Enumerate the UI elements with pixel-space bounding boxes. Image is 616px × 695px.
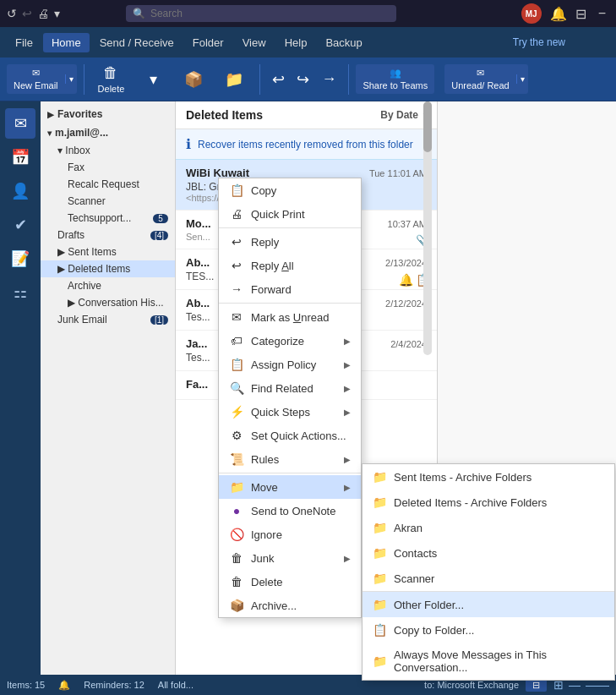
quick-access-icon[interactable]: ▾ (54, 7, 60, 20)
folder-item-deleted[interactable]: ▶ Deleted Items (41, 260, 175, 277)
ctx-junk[interactable]: 🗑 Junk ▶ (219, 546, 361, 570)
submenu-other-folder[interactable]: 📁 Other Folder... (363, 592, 614, 617)
ctx-quick-steps[interactable]: ⚡ Quick Steps ▶ (219, 400, 361, 424)
search-input[interactable] (150, 8, 390, 19)
context-menu[interactable]: 📋 Copy 🖨 Quick Print ↩ Reply ↩ Reply All… (218, 178, 362, 618)
menu-send-receive[interactable]: Send / Receive (91, 33, 183, 52)
ctx-divider-3 (219, 473, 361, 473)
folder-item-inbox[interactable]: ▾ Inbox (41, 142, 175, 159)
drafts-badge: [4] (150, 231, 168, 240)
folder-item-sent[interactable]: ▶ Sent Items (41, 244, 175, 260)
folder-item-techsupport[interactable]: Techsupport... 5 (41, 210, 175, 227)
new-email-btn[interactable]: ✉ New Email ▾ (7, 64, 77, 94)
ctx-find-related[interactable]: 🔍 Find Related ▶ (219, 376, 361, 400)
unread-read-btn[interactable]: ✉ Unread/ Read ▾ (444, 64, 528, 94)
folder-name-label: Deleted Items (186, 108, 263, 122)
menu-view[interactable]: View (234, 33, 275, 52)
menu-folder[interactable]: Folder (184, 33, 232, 52)
email-list-scrollbar[interactable] (423, 101, 432, 355)
sidebar-item-mail[interactable]: ✉ (5, 108, 35, 139)
sidebar-item-tasks[interactable]: ✔ (5, 210, 35, 240)
folder-item-drafts[interactable]: Drafts [4] (41, 227, 175, 244)
assign-policy-arrow: ▶ (344, 360, 351, 369)
menu-backup[interactable]: Backup (317, 33, 370, 52)
delete-dropdown[interactable]: ▾ (134, 67, 172, 92)
search-icon: 🔍 (133, 8, 145, 19)
ctx-send-onenote[interactable]: ● Send to OneNote (219, 499, 361, 523)
delete-btn[interactable]: 🗑 Delete (91, 61, 132, 97)
sidebar-item-apps[interactable]: ⚏ (5, 277, 35, 308)
archive-btn[interactable]: 📦 (175, 67, 212, 92)
submenu-copy-folder[interactable]: 📋 Copy to Folder... (363, 617, 614, 643)
unread-dropdown[interactable]: ▾ (516, 74, 528, 84)
ctx-move[interactable]: 📁 Move ▶ (219, 475, 361, 499)
ribbon-divider-1 (84, 64, 84, 95)
undo-nav-btn[interactable]: ↩ (267, 67, 290, 92)
menu-help[interactable]: Help (276, 33, 316, 52)
scrollbar-thumb[interactable] (423, 101, 432, 152)
menu-home[interactable]: Home (43, 33, 90, 52)
move-btn[interactable]: 📁 (215, 67, 253, 92)
ribbon-nav: ↩ ↪ → (267, 67, 341, 92)
ctx-assign-policy[interactable]: 📋 Assign Policy ▶ (219, 353, 361, 376)
ctx-divider-1 (219, 227, 361, 228)
redo-nav-btn[interactable]: ↪ (292, 67, 314, 92)
forward-icon: → (229, 282, 244, 296)
ctx-quick-print[interactable]: 🖨 Quick Print (219, 202, 361, 226)
refresh-icon[interactable]: ↺ (7, 7, 17, 20)
email-sender-4: Ab... (186, 297, 210, 309)
submenu-akran[interactable]: 📁 Akran (363, 515, 614, 540)
sidebar-item-contacts[interactable]: 👤 (5, 176, 35, 206)
folder-item-recalc[interactable]: Recalc Request (41, 176, 175, 193)
sidebar-item-notes[interactable]: 📝 (5, 244, 35, 274)
submenu-scanner[interactable]: 📁 Scanner (363, 566, 614, 591)
sidebar-item-calendar[interactable]: 📅 (5, 142, 35, 172)
submenu-always-move[interactable]: 📁 Always Move Messages in This Conversat… (363, 643, 614, 680)
contacts-icon: 📁 (373, 546, 387, 560)
folder-item-scanner[interactable]: Scanner (41, 193, 175, 210)
submenu-deleted-archive[interactable]: 📁 Deleted Items - Archive Folders (363, 490, 614, 515)
quick-print-icon: 🖨 (229, 207, 244, 221)
ctx-mark-unread[interactable]: ✉ Mark as Unread (219, 305, 361, 329)
submenu-sent-archive[interactable]: 📁 Sent Items - Archive Folders (363, 464, 614, 490)
titlebar-icons: ↺ ↩ 🖨 ▾ (7, 7, 60, 20)
akran-icon: 📁 (373, 521, 387, 534)
folder-item-fax[interactable]: Fax (41, 159, 175, 176)
folder-item-junk[interactable]: Junk Email [1] (41, 311, 175, 328)
notification-icon[interactable]: 🔔 (550, 6, 567, 22)
folder-item-conv-history[interactable]: ▶ Conversation His... (41, 294, 175, 311)
ribbon: ✉ New Email ▾ 🗑 Delete ▾ 📦 📁 ↩ ↪ → 👥 Sha… (0, 57, 616, 101)
sort-control[interactable]: By Date ↑ (380, 109, 427, 121)
quick-steps-arrow: ▶ (344, 408, 351, 417)
email-date-1: Tue 11:01 AM (369, 168, 427, 178)
ctx-set-quick-actions[interactable]: ⚙ Set Quick Actions... (219, 424, 361, 447)
account-header[interactable]: ▾ m.jamil@... (41, 123, 175, 142)
exchange-label: to: Microsoft Exchange (424, 680, 519, 690)
share-teams-btn[interactable]: 👥 Share to Teams (356, 64, 434, 94)
ctx-rules[interactable]: 📜 Rules ▶ (219, 447, 361, 471)
ctx-archive[interactable]: 📦 Archive... (219, 594, 361, 617)
new-email-dropdown[interactable]: ▾ (65, 74, 77, 84)
menu-file[interactable]: File (7, 33, 41, 52)
recover-banner[interactable]: ℹ Recover items recently removed from th… (176, 129, 437, 160)
ctx-forward[interactable]: → Forward (219, 277, 361, 301)
favorites-arrow: ▶ (47, 110, 54, 119)
search-bar[interactable]: 🔍 (126, 5, 396, 22)
copy-icon: 📋 (229, 183, 244, 197)
submenu-contacts[interactable]: 📁 Contacts (363, 540, 614, 566)
folder-item-archive[interactable]: Archive (41, 277, 175, 294)
forward-nav-btn[interactable]: → (316, 67, 341, 92)
ctx-categorize[interactable]: 🏷 Categorize ▶ (219, 329, 361, 353)
layout-icon[interactable]: ⊟ (575, 6, 586, 22)
favorites-header[interactable]: ▶ Favorites (41, 105, 175, 123)
undo-icon[interactable]: ↩ (22, 7, 32, 20)
ctx-reply[interactable]: ↩ Reply (219, 230, 361, 254)
ctx-copy[interactable]: 📋 Copy (219, 178, 361, 202)
move-submenu[interactable]: 📁 Sent Items - Archive Folders 📁 Deleted… (362, 463, 615, 681)
ctx-reply-all[interactable]: ↩ Reply All (219, 254, 361, 277)
account-label: m.jamil@... (55, 127, 108, 139)
ctx-delete[interactable]: 🗑 Delete (219, 570, 361, 594)
print-icon[interactable]: 🖨 (37, 7, 49, 20)
minimize-btn[interactable]: − (595, 6, 609, 21)
ctx-ignore[interactable]: 🚫 Ignore (219, 523, 361, 546)
